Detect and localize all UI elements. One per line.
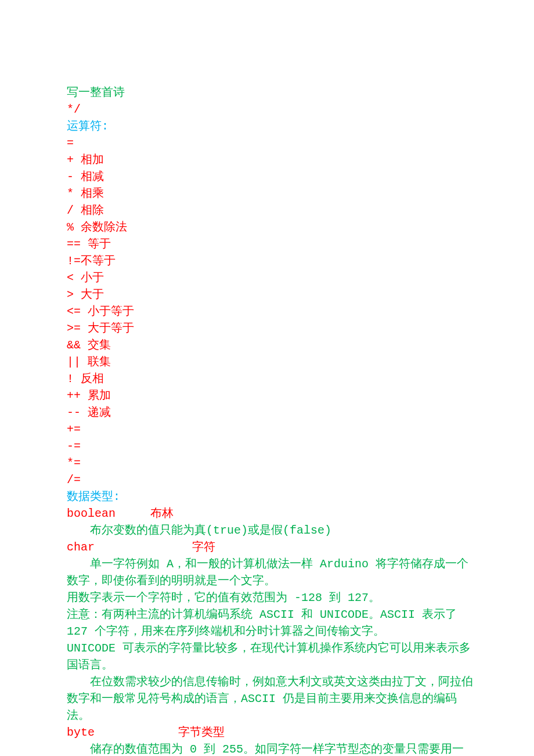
op-subassign: -=	[67, 438, 473, 455]
type-boolean-desc: 布尔变数的值只能为真(true)或是假(false)	[67, 522, 473, 539]
section-operators-title: 运算符:	[67, 118, 473, 135]
type-char-desc-3: 注意：有两种主流的计算机编码系统 ASCII 和 UNICODE。ASCII 表…	[67, 606, 473, 640]
type-byte-header: byte 字节类型	[67, 724, 473, 741]
comment-close: */	[67, 101, 473, 118]
op-mul: * 相乘	[67, 185, 473, 202]
type-byte-desc: 储存的数值范围为 0 到 255。如同字符一样字节型态的变量只需要用一个字节(8…	[67, 741, 473, 756]
op-gt: > 大于	[67, 286, 473, 303]
op-eq: == 等于	[67, 236, 473, 253]
op-mod: % 余数除法	[67, 219, 473, 236]
type-char-desc-5: 在位数需求较少的信息传输时，例如意大利文或英文这类由拉丁文，阿拉伯数字和一般常见…	[67, 674, 473, 724]
op-sub: - 相减	[67, 168, 473, 185]
op-neq: !=不等于	[67, 253, 473, 269]
type-char-desc-1: 单一字符例如 A，和一般的计算机做法一样 Arduino 将字符储存成一个数字，…	[67, 556, 473, 589]
type-boolean-key: boolean	[67, 507, 116, 520]
op-gte: >= 大于等于	[67, 320, 473, 337]
type-char-key: char	[67, 541, 95, 554]
type-char-desc-4: UNICODE 可表示的字符量比较多，在现代计算机操作系统内它可以用来表示多国语…	[67, 640, 473, 674]
type-byte-label: 字节类型	[178, 726, 225, 739]
comment-line: 写一整首诗	[67, 84, 473, 101]
op-assign: =	[67, 135, 473, 152]
section-datatypes-title: 数据类型:	[67, 488, 473, 505]
type-char-label: 字符	[192, 541, 215, 554]
op-not: ! 反相	[67, 370, 473, 387]
op-lte: <= 小于等于	[67, 303, 473, 320]
op-addassign: +=	[67, 421, 473, 438]
document-page: 写一整首诗 */ 运算符: = + 相加 - 相减 * 相乘 / 相除 % 余数…	[0, 0, 534, 756]
type-byte-key: byte	[67, 726, 95, 739]
op-divassign: /=	[67, 471, 473, 488]
op-or: || 联集	[67, 354, 473, 370]
op-and: && 交集	[67, 337, 473, 354]
op-div: / 相除	[67, 202, 473, 219]
type-boolean-label: 布林	[150, 507, 174, 520]
op-add: + 相加	[67, 152, 473, 168]
type-boolean-header: boolean 布林	[67, 505, 473, 522]
op-dec: -- 递减	[67, 404, 473, 421]
op-lt: < 小于	[67, 269, 473, 286]
op-mulassign: *=	[67, 455, 473, 471]
op-inc: ++ 累加	[67, 387, 473, 404]
type-char-desc-2: 用数字表示一个字符时，它的值有效范围为 -128 到 127。	[67, 589, 473, 606]
type-char-header: char 字符	[67, 539, 473, 556]
